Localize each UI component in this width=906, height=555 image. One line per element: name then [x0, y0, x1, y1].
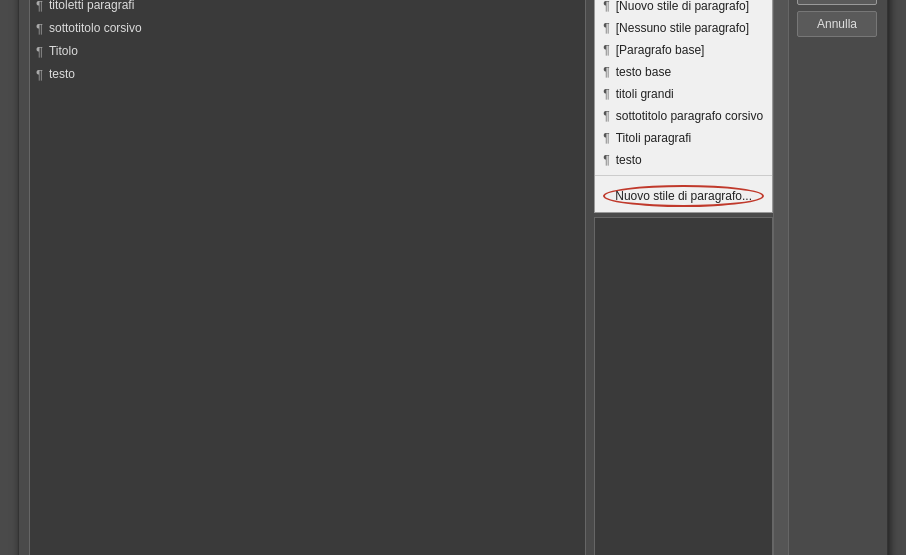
dropdown-item[interactable]: ¶ [Paragrafo base] [595, 39, 772, 61]
style-mapping-dialog: Mappatura stile Stile di Microsoft Word … [18, 0, 888, 555]
dropdown-item[interactable]: ¶ testo [595, 149, 772, 171]
paragraph-icon: ¶ [603, 65, 609, 79]
indesign-styles-list[interactable] [594, 217, 773, 556]
paragraph-icon: ¶ [603, 21, 609, 35]
paragraph-icon: ¶ [603, 109, 609, 123]
new-style-label[interactable]: Nuovo stile di paragrafo... [603, 185, 764, 207]
paragraph-icon: ¶ [603, 153, 609, 167]
paragraph-icon: ¶ [36, 21, 43, 36]
paragraph-icon: ¶ [603, 131, 609, 145]
dropdown-divider [595, 175, 772, 176]
dropdown-item[interactable]: ¶ sottotitolo paragrafo corsivo [595, 105, 772, 127]
dropdown-item[interactable]: ¶ [Nessuno stile paragrafo] [595, 17, 772, 39]
right-content: Stile di InDesign ¶ [Nuovo stile di para… [594, 0, 773, 555]
paragraph-icon: ¶ [36, 0, 43, 13]
new-style-item[interactable]: Nuovo stile di paragrafo... [595, 180, 772, 212]
dropdown-list: ¶ [Nuovo stile di paragrafo] ¶ [Nessuno … [594, 0, 773, 213]
paragraph-icon: ¶ [36, 44, 43, 59]
dropdown-item[interactable]: ¶ Titoli paragrafi [595, 127, 772, 149]
ok-button[interactable]: OK [797, 0, 877, 5]
left-panel: Stile di Microsoft Word ¶ Normal ¶ titol… [29, 0, 586, 555]
dialog-body: Stile di Microsoft Word ¶ Normal ¶ titol… [19, 0, 887, 555]
list-item[interactable]: ¶ sottotitolo corsivo [30, 17, 585, 40]
paragraph-icon: ¶ [603, 87, 609, 101]
list-item[interactable]: ¶ Titolo [30, 40, 585, 63]
right-area: Stile di InDesign ¶ [Nuovo stile di para… [594, 0, 789, 555]
paragraph-icon: ¶ [603, 0, 609, 13]
scrollbar[interactable]: ▲ ▼ [773, 0, 789, 555]
cancel-button[interactable]: Annulla [797, 11, 877, 37]
buttons-panel: OK Annulla [797, 0, 877, 555]
word-styles-list[interactable]: ¶ Normal ¶ titoletti paragrafi ¶ sottoti… [29, 0, 586, 555]
dropdown-item[interactable]: ¶ titoli grandi [595, 83, 772, 105]
list-item[interactable]: ¶ titoletti paragrafi [30, 0, 585, 17]
list-item[interactable]: ¶ testo [30, 63, 585, 86]
paragraph-icon: ¶ [603, 43, 609, 57]
dropdown-item[interactable]: ¶ [Nuovo stile di paragrafo] [595, 0, 772, 17]
dropdown-item[interactable]: ¶ testo base [595, 61, 772, 83]
paragraph-icon: ¶ [36, 67, 43, 82]
